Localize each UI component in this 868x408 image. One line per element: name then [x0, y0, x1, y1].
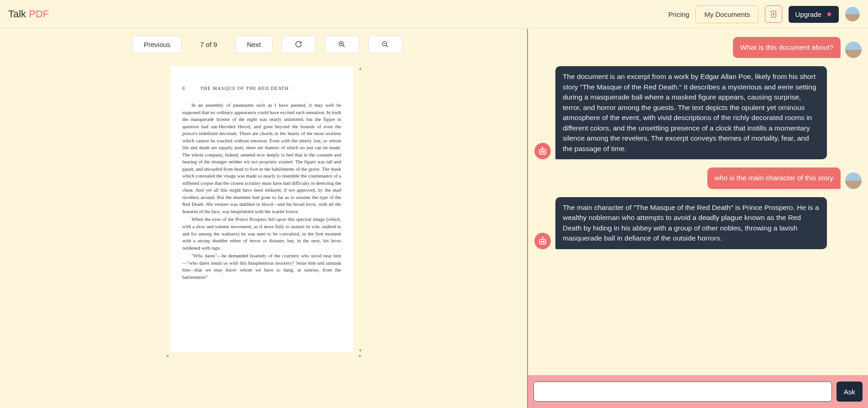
zoom-out-button[interactable]: [368, 36, 403, 53]
page-title: THE MASQUE OF THE RED DEATH: [200, 86, 289, 91]
logo[interactable]: Talk PDF: [8, 8, 49, 20]
paragraph: "Who dares"—he demanded hoarsely of the …: [183, 252, 341, 281]
svg-line-3: [343, 45, 345, 47]
rotate-icon: [295, 41, 302, 48]
upload-icon: [769, 10, 778, 18]
rotate-button[interactable]: [282, 36, 316, 53]
zoom-in-button[interactable]: [325, 36, 359, 53]
zoom-out-icon: [382, 41, 389, 48]
paragraph: In an assembly of phantasms such as I ha…: [183, 102, 341, 215]
svg-point-16: [543, 241, 544, 242]
bot-bubble: The main character of "The Masque of the…: [555, 197, 827, 249]
scroll-left-icon[interactable]: ◂: [166, 353, 168, 358]
svg-rect-14: [539, 239, 545, 244]
upload-button[interactable]: [765, 5, 782, 23]
svg-marker-1: [826, 11, 832, 16]
bot-avatar: [534, 143, 551, 159]
logo-text-2: PDF: [29, 8, 49, 20]
page-indicator: 7 of 9: [191, 36, 226, 53]
pricing-link[interactable]: Pricing: [669, 10, 690, 18]
previous-button[interactable]: Previous: [132, 36, 182, 53]
svg-point-10: [541, 152, 542, 153]
page-header: 8 THE MASQUE OF THE RED DEATH: [183, 85, 341, 92]
header: Talk PDF Pricing My Documents Upgrade: [0, 0, 868, 29]
svg-line-7: [386, 45, 388, 47]
page-number: 8: [183, 85, 199, 92]
user-avatar-small: [845, 42, 862, 58]
user-avatar-small: [845, 173, 862, 189]
user-avatar[interactable]: [845, 7, 860, 21]
chat-message-user: What is this document about?: [534, 37, 862, 58]
chat-scroll[interactable]: What is this document about? The documen…: [528, 29, 868, 375]
chat-message-user: who is the main character of this story: [534, 167, 862, 188]
next-button[interactable]: Next: [235, 36, 272, 53]
bot-bubble: The document is an excerpt from a work b…: [555, 66, 827, 159]
body: Previous 7 of 9 Next ▴ 8 THE MASQUE OF T…: [0, 29, 868, 408]
paragraph: When the eyes of the Prince Prospero fel…: [183, 216, 341, 251]
ask-button[interactable]: Ask: [837, 382, 863, 402]
scroll-right-icon[interactable]: ▸: [359, 353, 361, 358]
document-area[interactable]: ▴ 8 THE MASQUE OF THE RED DEATH In an as…: [171, 67, 357, 352]
svg-rect-9: [539, 150, 545, 154]
scroll-up-icon[interactable]: ▴: [359, 66, 361, 71]
svg-point-15: [541, 241, 542, 242]
user-bubble: who is the main character of this story: [707, 167, 841, 188]
chat-input-bar: Ask: [528, 375, 868, 408]
pdf-toolbar: Previous 7 of 9 Next: [0, 29, 527, 53]
bot-icon: [538, 236, 547, 246]
svg-point-11: [543, 152, 544, 153]
zoom-in-icon: [338, 41, 345, 48]
scroll-down-icon[interactable]: ▾: [359, 348, 361, 353]
bot-avatar: [534, 233, 551, 249]
bot-icon: [538, 146, 547, 156]
chat-input[interactable]: [533, 382, 832, 402]
upgrade-label: Upgrade: [795, 10, 821, 18]
pdf-pane: Previous 7 of 9 Next ▴ 8 THE MASQUE OF T…: [0, 29, 528, 408]
chat-pane: What is this document about? The documen…: [528, 29, 868, 408]
star-icon: [826, 11, 832, 17]
logo-text-1: Talk: [8, 8, 29, 20]
chat-message-bot: The main character of "The Masque of the…: [534, 197, 862, 249]
header-right: Pricing My Documents Upgrade: [669, 5, 860, 23]
pdf-page: 8 THE MASQUE OF THE RED DEATH In an asse…: [171, 67, 353, 352]
my-documents-button[interactable]: My Documents: [695, 5, 758, 23]
upgrade-button[interactable]: Upgrade: [789, 6, 839, 23]
svg-point-13: [542, 147, 543, 148]
user-bubble: What is this document about?: [733, 37, 841, 58]
chat-message-bot: The document is an excerpt from a work b…: [534, 66, 862, 159]
svg-point-18: [542, 237, 543, 238]
